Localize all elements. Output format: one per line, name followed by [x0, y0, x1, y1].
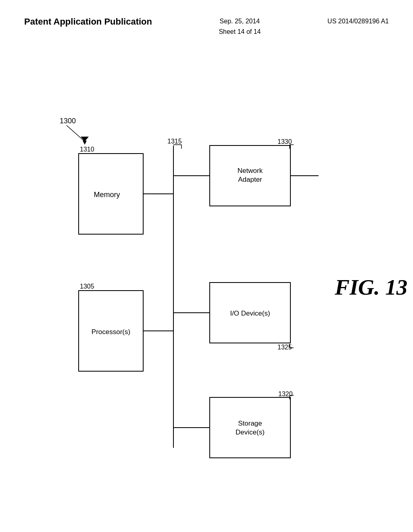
publication-date: Sep. 25, 2014 [220, 18, 260, 25]
diagram-area: 1300 Memory 1310 Processor(s) 1305 1315 [0, 45, 413, 520]
network-adapter-label2: Adapter [238, 176, 262, 183]
processor-label: Processor(s) [92, 328, 130, 336]
label-1320: 1320 [278, 391, 293, 397]
io-device-label: I/O Device(s) [230, 310, 270, 317]
sheet-info: Sheet 14 of 14 [219, 28, 261, 35]
label-1315: 1315 [167, 138, 182, 145]
label-1300: 1300 [60, 117, 76, 125]
label-1330: 1330 [277, 138, 292, 145]
circuit-diagram: 1300 Memory 1310 Processor(s) 1305 1315 [0, 45, 413, 520]
storage-label2: Device(s) [236, 428, 265, 436]
patent-number: US 2014/0289196 A1 [327, 16, 389, 27]
svg-marker-2 [83, 141, 87, 145]
network-adapter-label1: Network [238, 167, 263, 175]
label-1310: 1310 [80, 146, 94, 153]
storage-device-box [210, 397, 290, 458]
memory-label: Memory [94, 191, 120, 199]
patent-application-label: Patent Application Publication [24, 16, 152, 28]
header-center: Sep. 25, 2014 Sheet 14 of 14 [219, 16, 261, 37]
fig-label: FIG. 13 [334, 275, 407, 299]
label-1305: 1305 [80, 283, 94, 290]
storage-label1: Storage [238, 420, 262, 427]
svg-line-0 [67, 125, 85, 141]
